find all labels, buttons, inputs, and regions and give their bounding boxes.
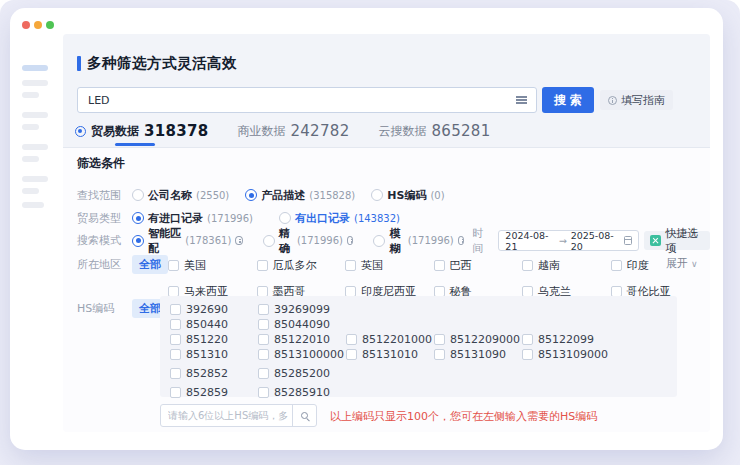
hs-code-checkbox[interactable]: 85285910 <box>258 386 346 399</box>
advanced-filter-icon[interactable] <box>516 96 527 104</box>
hs-search-button[interactable] <box>292 405 316 426</box>
maximize-window-icon <box>46 21 54 29</box>
radio-fuzzy-match[interactable]: 模糊 (171996) <box>373 226 464 256</box>
radio-product-description[interactable]: 产品描述 (315828) <box>245 188 355 203</box>
radio-icon <box>132 189 144 201</box>
checkbox-icon <box>168 260 179 271</box>
hs-code-row: 852859 85285910 <box>170 385 677 400</box>
hs-code-checkbox[interactable]: 851310 <box>170 348 258 361</box>
checkbox-icon <box>258 349 269 360</box>
info-icon[interactable] <box>458 236 465 245</box>
hs-code-checkbox[interactable]: 85285200 <box>258 367 346 380</box>
radio-hs-code[interactable]: HS编码 (0) <box>371 188 444 203</box>
close-window-icon <box>22 21 30 29</box>
skeleton-bar <box>22 156 39 162</box>
fill-guide-button[interactable]: 填写指南 <box>600 90 673 110</box>
radio-company-name[interactable]: 公司名称 (2550) <box>132 188 229 203</box>
hs-code-checkbox[interactable]: 852852 <box>170 367 258 380</box>
region-label: 所在地区 <box>77 257 132 272</box>
checkbox-icon <box>345 286 356 297</box>
checkbox-icon <box>434 286 445 297</box>
hs-code-row: 852852 85285200 <box>170 366 677 381</box>
tab-business-data[interactable]: 商业数据 242782 <box>237 122 349 140</box>
sidebar-skeleton <box>10 42 63 442</box>
page-background: 多种筛选方式灵活高效 搜 索 填写指南 贸 <box>0 0 740 465</box>
hs-code-checkbox[interactable]: 852859 <box>170 386 258 399</box>
hs-code-checkbox[interactable]: 85122099 <box>522 333 610 346</box>
trade-type-options: 有进口记录 (171996) 有出口记录 (143832) <box>132 211 400 226</box>
tab-count: 318378 <box>144 122 208 140</box>
checkbox-icon <box>345 260 356 271</box>
checkbox-icon <box>522 334 533 345</box>
hs-code-checkbox[interactable]: 8512201000 <box>346 333 434 346</box>
radio-icon <box>132 212 144 224</box>
hs-code-note: 以上编码只显示100个，您可在左侧输入需要的HS编码 <box>330 409 597 424</box>
trade-type-label: 贸易类型 <box>77 211 132 226</box>
search-button[interactable]: 搜 索 <box>542 87 594 113</box>
region-all-pill[interactable]: 全部 <box>132 255 168 274</box>
hs-code-checkbox[interactable]: 85131090 <box>434 348 522 361</box>
radio-icon <box>132 235 144 247</box>
checkbox-icon <box>434 334 445 345</box>
checkbox-icon <box>170 304 181 315</box>
hs-code-input[interactable] <box>161 410 292 421</box>
hs-code-input-box[interactable] <box>160 404 317 427</box>
date-range-picker[interactable]: 2024-08-21 → 2025-08-20 <box>498 230 639 251</box>
date-end: 2025-08-20 <box>571 230 620 252</box>
calendar-icon <box>624 236 632 245</box>
region-checkbox[interactable]: 巴西 <box>434 258 523 273</box>
info-icon[interactable] <box>347 236 354 245</box>
filter-row-hs-code: HS编码 全部 <box>77 300 168 317</box>
region-checkbox[interactable]: 越南 <box>522 258 611 273</box>
tab-label: 商业数据 <box>237 123 285 140</box>
search-row: 搜 索 填写指南 <box>77 87 673 113</box>
hs-code-checkbox[interactable]: 85044090 <box>258 318 346 331</box>
search-box[interactable] <box>77 87 537 113</box>
radio-icon <box>279 212 291 224</box>
hs-code-panel: 392690 39269099 850440 85044090 851220 8… <box>160 296 677 397</box>
hs-code-row: 392690 39269099 <box>170 302 677 317</box>
hs-code-checkbox[interactable]: 8512209000 <box>434 333 522 346</box>
filter-section-title: 筛选条件 <box>77 155 125 172</box>
hs-code-checkbox[interactable]: 39269099 <box>258 303 346 316</box>
info-icon[interactable] <box>235 236 242 245</box>
hs-code-checkbox[interactable]: 85122010 <box>258 333 346 346</box>
hs-code-checkbox[interactable]: 851220 <box>170 333 258 346</box>
hs-code-checkbox[interactable]: 85131010 <box>346 348 434 361</box>
search-input[interactable] <box>78 94 516 107</box>
tab-trade-data[interactable]: 贸易数据 318378 <box>75 122 208 140</box>
hs-code-label: HS编码 <box>77 301 132 316</box>
radio-icon <box>245 189 257 201</box>
region-checkbox[interactable]: 英国 <box>345 258 434 273</box>
quick-options-button[interactable]: 快捷选项 <box>644 231 710 250</box>
radio-import-records[interactable]: 有进口记录 (171996) <box>132 211 253 226</box>
browser-window: 多种筛选方式灵活高效 搜 索 填写指南 贸 <box>10 8 723 450</box>
minimize-window-icon <box>34 21 42 29</box>
hs-code-checkbox[interactable]: 850440 <box>170 318 258 331</box>
page-title-row: 多种筛选方式灵活高效 <box>77 54 237 73</box>
fill-guide-label: 填写指南 <box>621 93 665 108</box>
hs-code-checkbox[interactable]: 8513109000 <box>522 348 610 361</box>
checkbox-icon <box>522 286 533 297</box>
checkbox-icon <box>522 349 533 360</box>
checkbox-icon <box>170 368 181 379</box>
hs-code-row: 850440 85044090 <box>170 317 677 332</box>
quick-options-icon <box>650 235 661 246</box>
checkbox-icon <box>258 387 269 398</box>
hs-code-checkbox[interactable]: 392690 <box>170 303 258 316</box>
radio-export-records[interactable]: 有出口记录 (143832) <box>279 211 400 226</box>
tab-cloud-search-data[interactable]: 云搜数据 865281 <box>379 122 491 140</box>
main-panel: 多种筛选方式灵活高效 搜 索 填写指南 贸 <box>63 34 710 432</box>
region-expand-button[interactable]: 展开 ∨ <box>666 256 698 271</box>
filter-row-search-mode: 搜索模式 智能匹配 (178361) 精确 (171996) <box>77 231 710 250</box>
skeleton-bar <box>22 176 48 182</box>
info-icon <box>608 96 617 105</box>
search-icon <box>301 412 308 419</box>
radio-smart-match[interactable]: 智能匹配 (178361) <box>132 226 243 256</box>
trade-data-icon <box>75 126 86 137</box>
skeleton-bar <box>22 65 48 71</box>
radio-exact-match[interactable]: 精确 (171996) <box>263 226 354 256</box>
hs-code-checkbox[interactable]: 8513100000 <box>258 348 346 361</box>
region-checkbox[interactable]: 美国 <box>168 258 257 273</box>
region-checkbox[interactable]: 厄瓜多尔 <box>257 258 346 273</box>
